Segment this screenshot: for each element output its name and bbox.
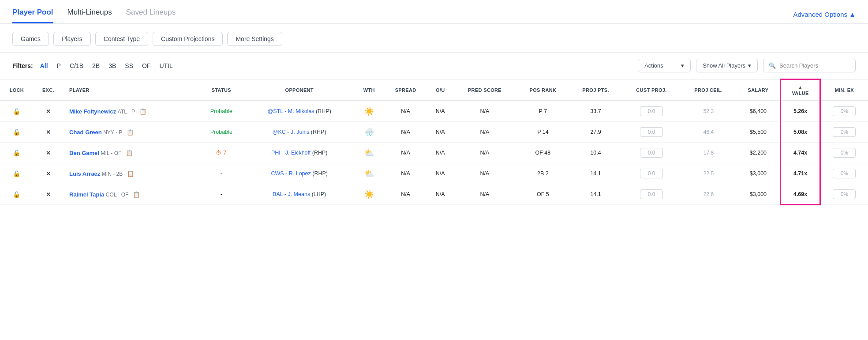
proj-ceil-value: 52.3 bbox=[703, 108, 714, 114]
min-ex-cell[interactable] bbox=[820, 163, 868, 184]
filter-c1b[interactable]: C/1B bbox=[68, 61, 85, 70]
lock-cell[interactable]: 🔒 bbox=[0, 122, 34, 143]
opponent-link[interactable]: @KC - J. Junis bbox=[273, 129, 310, 135]
cust-proj-cell[interactable] bbox=[622, 163, 681, 184]
exc-cell[interactable]: ✕ bbox=[34, 163, 63, 184]
filter-all[interactable]: All bbox=[38, 61, 50, 70]
more-settings-button[interactable]: More Settings bbox=[227, 32, 282, 46]
player-name[interactable]: Chad Green bbox=[69, 129, 102, 136]
proj-pts-cell: 33.7 bbox=[569, 101, 622, 122]
opponent-link[interactable]: @STL - M. Mikolas bbox=[268, 108, 314, 114]
spread-cell: N/A bbox=[384, 122, 428, 143]
player-name[interactable]: Raimel Tapia bbox=[69, 191, 104, 198]
ou-cell: N/A bbox=[427, 163, 453, 184]
col-exc: EXC. bbox=[34, 79, 63, 101]
filter-p[interactable]: P bbox=[55, 61, 63, 70]
filters-right: Actions ▾ Show All Players ▾ 🔍 bbox=[638, 59, 856, 72]
opponent-link[interactable]: CWS - R. Lopez bbox=[271, 170, 311, 177]
players-table: LOCK EXC. PLAYER STATUS OPPONENT WTH SPR… bbox=[0, 79, 868, 205]
cust-proj-input[interactable] bbox=[640, 189, 663, 199]
players-button[interactable]: Players bbox=[53, 32, 91, 46]
message-icon[interactable]: 📋 bbox=[133, 191, 140, 198]
exclude-icon: ✕ bbox=[46, 191, 51, 198]
lock-cell[interactable]: 🔒 bbox=[0, 184, 34, 205]
pred-score-cell: N/A bbox=[453, 122, 516, 143]
lock-cell[interactable]: 🔒 bbox=[0, 143, 34, 163]
cust-proj-cell[interactable] bbox=[622, 184, 681, 205]
custom-projections-button[interactable]: Custom Projections bbox=[153, 32, 223, 46]
opponent-cell: PHI - J. Eickhoff (RHP) bbox=[244, 143, 354, 163]
opponent-link[interactable]: BAL - J. Means bbox=[273, 191, 310, 197]
player-name[interactable]: Luis Arraez bbox=[69, 170, 100, 177]
filter-2b[interactable]: 2B bbox=[90, 61, 101, 70]
tab-saved-lineups[interactable]: Saved Lineups bbox=[126, 8, 176, 23]
status-badge: ⏱ 7 bbox=[216, 150, 226, 156]
tab-multi-lineups[interactable]: Multi-Lineups bbox=[67, 8, 112, 23]
tab-player-pool[interactable]: Player Pool bbox=[12, 8, 53, 23]
cust-proj-cell[interactable] bbox=[622, 122, 681, 143]
player-name[interactable]: Ben Gamel bbox=[69, 150, 99, 156]
col-ou: O/U bbox=[427, 79, 453, 101]
chevron-down-icon: ▾ bbox=[748, 62, 751, 69]
pos-rank-cell: OF 48 bbox=[516, 143, 569, 163]
contest-type-button[interactable]: Contest Type bbox=[95, 32, 148, 46]
exc-cell[interactable]: ✕ bbox=[34, 101, 63, 122]
player-name[interactable]: Mike Foltynewicz bbox=[69, 108, 116, 115]
value-cell: 4.74x bbox=[781, 143, 820, 163]
advanced-options-button[interactable]: Advanced Options ▲ bbox=[793, 11, 856, 23]
lock-cell[interactable]: 🔒 bbox=[0, 101, 34, 122]
cust-proj-input[interactable] bbox=[640, 127, 663, 137]
status-badge: Probable bbox=[210, 108, 232, 114]
search-players-wrap: 🔍 bbox=[763, 59, 856, 72]
games-button[interactable]: Games bbox=[12, 32, 49, 46]
filter-ss[interactable]: SS bbox=[123, 61, 135, 70]
value-cell: 4.69x bbox=[781, 184, 820, 205]
message-icon[interactable]: 📋 bbox=[127, 170, 134, 177]
proj-pts-cell: 14.1 bbox=[569, 163, 622, 184]
min-ex-input[interactable] bbox=[833, 106, 856, 116]
salary-cell: $2,200 bbox=[736, 143, 781, 163]
actions-dropdown[interactable]: Actions ▾ bbox=[638, 59, 691, 72]
col-min-ex: MIN. EX bbox=[820, 79, 868, 101]
value-cell: 4.71x bbox=[781, 163, 820, 184]
min-ex-cell[interactable] bbox=[820, 122, 868, 143]
col-wth: WTH bbox=[355, 79, 384, 101]
exc-cell[interactable]: ✕ bbox=[34, 184, 63, 205]
weather-icon: 🌧️ bbox=[364, 128, 374, 136]
message-icon[interactable]: 📋 bbox=[139, 108, 146, 115]
table-row: 🔒 ✕ Mike Foltynewicz ATL - P 📋 Probable … bbox=[0, 101, 868, 122]
cust-proj-input[interactable] bbox=[640, 106, 663, 116]
opponent-extra: (RHP) bbox=[316, 108, 331, 114]
opponent-cell: CWS - R. Lopez (RHP) bbox=[244, 163, 354, 184]
exc-cell[interactable]: ✕ bbox=[34, 122, 63, 143]
min-ex-input[interactable] bbox=[833, 189, 856, 199]
lock-cell[interactable]: 🔒 bbox=[0, 163, 34, 184]
ou-cell: N/A bbox=[427, 122, 453, 143]
search-players-input[interactable] bbox=[779, 62, 850, 69]
nav-tabs: Player Pool Multi-Lineups Saved Lineups bbox=[12, 8, 176, 23]
player-pos: MIN - 2B bbox=[102, 171, 123, 177]
cust-proj-cell[interactable] bbox=[622, 101, 681, 122]
cust-proj-cell[interactable] bbox=[622, 143, 681, 163]
show-all-players-dropdown[interactable]: Show All Players ▾ bbox=[696, 59, 758, 72]
filter-of[interactable]: OF bbox=[140, 61, 152, 70]
exc-cell[interactable]: ✕ bbox=[34, 143, 63, 163]
min-ex-cell[interactable] bbox=[820, 184, 868, 205]
cust-proj-input[interactable] bbox=[640, 148, 663, 158]
min-ex-input[interactable] bbox=[833, 127, 856, 137]
spread-cell: N/A bbox=[384, 163, 428, 184]
proj-ceil-value: 22.6 bbox=[703, 191, 714, 197]
cust-proj-input[interactable] bbox=[640, 169, 663, 178]
pos-rank-cell: 2B 2 bbox=[516, 163, 569, 184]
min-ex-input[interactable] bbox=[833, 148, 856, 158]
message-icon[interactable]: 📋 bbox=[127, 129, 134, 136]
min-ex-cell[interactable] bbox=[820, 101, 868, 122]
message-icon[interactable]: 📋 bbox=[126, 150, 133, 156]
min-ex-input[interactable] bbox=[833, 169, 856, 178]
filter-util[interactable]: UTIL bbox=[157, 61, 174, 70]
player-pos: COL - OF bbox=[106, 192, 129, 198]
min-ex-cell[interactable] bbox=[820, 143, 868, 163]
filter-3b[interactable]: 3B bbox=[107, 61, 118, 70]
col-opponent: OPPONENT bbox=[244, 79, 354, 101]
opponent-link[interactable]: PHI - J. Eickhoff bbox=[271, 150, 311, 156]
